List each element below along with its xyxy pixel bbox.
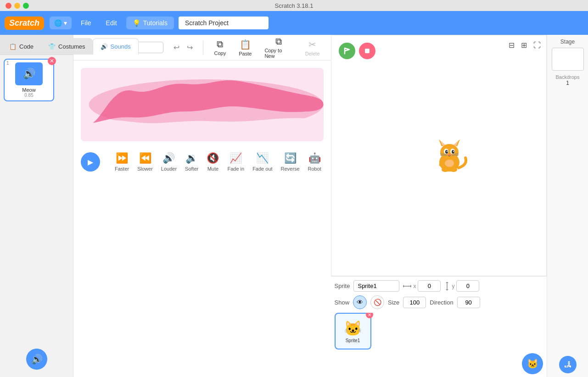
- x-arrow-icon: [403, 283, 411, 289]
- tab-costumes[interactable]: 👕 Costumes: [41, 38, 93, 55]
- green-flag-button[interactable]: [339, 43, 355, 59]
- copy-icon: ⧉: [217, 39, 223, 50]
- waveform-area[interactable]: [81, 68, 324, 141]
- y-input[interactable]: [456, 280, 479, 292]
- y-coord-group: y: [444, 280, 479, 292]
- stage-normal-button[interactable]: ⊞: [519, 39, 529, 51]
- stage-small-button[interactable]: ⊟: [507, 39, 516, 51]
- softer-effect[interactable]: 🔉 Softer: [185, 152, 198, 172]
- y-label: y: [452, 283, 454, 289]
- sprite-panel-footer: 🐱: [335, 353, 543, 374]
- copy-to-new-action[interactable]: ⧉ Copy to New: [261, 34, 296, 61]
- stage-mini-label: Stage: [560, 39, 575, 45]
- sprite-name-input[interactable]: [353, 280, 399, 292]
- sound-item-delete[interactable]: ✕: [48, 57, 56, 65]
- add-backdrop-button[interactable]: 🏞: [559, 356, 577, 373]
- svg-marker-25: [403, 285, 404, 288]
- add-sound-button[interactable]: 🔊: [26, 349, 47, 370]
- fadeout-icon: 📉: [256, 152, 269, 164]
- right-area: ⊟ ⊞ ⛶: [331, 35, 588, 377]
- minimize-button[interactable]: [14, 3, 20, 9]
- window-title: Scratch 3.18.1: [275, 2, 314, 9]
- y-arrow-icon: [444, 282, 450, 290]
- louder-label: Louder: [161, 166, 177, 172]
- sound-item-duration: 0.85: [7, 93, 50, 98]
- tutorials-button[interactable]: 💡 Tutorials: [126, 17, 174, 29]
- fadeout-label: Fade out: [252, 166, 272, 172]
- robot-icon: 🤖: [308, 152, 321, 164]
- robot-effect[interactable]: 🤖 Robot: [308, 152, 321, 172]
- sprite-panel-header: Sprite x: [335, 280, 543, 292]
- stage-mini-preview[interactable]: [552, 48, 584, 71]
- direction-label: Direction: [430, 299, 453, 306]
- tab-code[interactable]: 📋 Code: [2, 38, 41, 55]
- project-name-input[interactable]: [178, 16, 269, 30]
- svg-point-10: [445, 150, 448, 154]
- sound-editor-panel: Sound ↩ ↪ ⧉ Copy 📋 Paste ⧉ Copy: [73, 35, 331, 377]
- speaker-icon: 🔊: [23, 68, 35, 80]
- add-sprite-button[interactable]: 🐱: [522, 353, 543, 374]
- direction-input[interactable]: [457, 297, 480, 308]
- stop-button[interactable]: [359, 43, 375, 59]
- x-label: x: [413, 283, 416, 289]
- mute-effect[interactable]: 🔇 Mute: [207, 152, 219, 172]
- file-menu[interactable]: File: [75, 17, 97, 29]
- sprite-show-row: Show 👁 🚫 Size Direction: [335, 295, 543, 309]
- fadein-effect[interactable]: 📈 Fade in: [227, 152, 244, 172]
- fadein-icon: 📈: [230, 152, 242, 164]
- left-panel: 📋 Code 👕 Costumes 🔊 Sounds 1 ✕ 🔊 Meow: [0, 35, 73, 377]
- sound-item-icon: 🔊: [15, 62, 43, 85]
- show-hidden-button[interactable]: 🚫: [370, 295, 384, 309]
- add-backdrop-icon: 🏞: [564, 360, 571, 369]
- svg-point-14: [448, 154, 451, 155]
- fadein-label: Fade in: [227, 166, 244, 172]
- sprite-thumb[interactable]: ✕ 🐱 Sprite1: [335, 313, 371, 349]
- redo-icon: ↪: [187, 43, 193, 52]
- cat-sprite: [429, 135, 470, 176]
- size-input[interactable]: [403, 297, 426, 308]
- reverse-label: Reverse: [281, 166, 300, 172]
- faster-effect[interactable]: ⏩ Faster: [115, 152, 129, 172]
- effect-group: ⏩ Faster ⏪ Slower 🔊 Louder 🔉 Softer 🔇: [115, 152, 321, 172]
- svg-marker-28: [446, 289, 448, 290]
- sprite-thumb-delete[interactable]: ✕: [366, 313, 373, 318]
- menu-bar: Scratch 🌐 ▾ File Edit 💡 Tutorials: [0, 11, 588, 35]
- x-input[interactable]: [418, 280, 441, 292]
- sprite-list: ✕ 🐱 Sprite1: [335, 313, 543, 349]
- globe-chevron: ▾: [64, 19, 67, 27]
- close-button[interactable]: [6, 3, 11, 9]
- maximize-button[interactable]: [23, 3, 29, 9]
- paste-action[interactable]: 📋 Paste: [235, 37, 255, 58]
- code-icon: 📋: [9, 43, 17, 50]
- stage-fullscreen-button[interactable]: ⛶: [532, 39, 543, 51]
- faster-icon: ⏩: [116, 152, 128, 164]
- reverse-effect[interactable]: 🔄 Reverse: [281, 152, 300, 172]
- delete-action[interactable]: ✂ Delete: [302, 37, 324, 58]
- undo-button[interactable]: ↩: [171, 41, 182, 54]
- tab-sounds[interactable]: 🔊 Sounds: [93, 38, 139, 55]
- add-sprite-icon: 🐱: [527, 358, 538, 369]
- play-button[interactable]: ▶: [81, 152, 100, 172]
- globe-icon: 🌐: [54, 19, 62, 27]
- undo-icon: ↩: [174, 43, 179, 52]
- svg-point-12: [447, 151, 448, 152]
- slower-icon: ⏪: [139, 152, 151, 164]
- playback-controls: ▶ ⏩ Faster ⏪ Slower 🔊 Louder 🔉 Softer: [73, 149, 331, 175]
- louder-effect[interactable]: 🔊 Louder: [161, 152, 177, 172]
- softer-label: Softer: [185, 166, 198, 172]
- edit-menu[interactable]: Edit: [101, 17, 123, 29]
- globe-button[interactable]: 🌐 ▾: [50, 17, 72, 29]
- sound-item-num: 1: [6, 61, 9, 66]
- fadeout-effect[interactable]: 📉 Fade out: [252, 152, 272, 172]
- copy-action[interactable]: ⧉ Copy: [211, 37, 230, 58]
- backdrops-count: 1: [566, 80, 569, 86]
- faster-label: Faster: [115, 166, 129, 172]
- show-visible-button[interactable]: 👁: [353, 295, 367, 309]
- redo-button[interactable]: ↪: [184, 41, 196, 54]
- slower-effect[interactable]: ⏪ Slower: [137, 152, 153, 172]
- sound-item[interactable]: 1 ✕ 🔊 Meow 0.85: [4, 59, 54, 101]
- svg-marker-27: [446, 282, 448, 283]
- waveform-svg: [81, 68, 324, 141]
- far-right-panel: Stage Backdrops 1 🏞: [547, 35, 588, 377]
- backdrops-label: Backdrops: [556, 74, 580, 80]
